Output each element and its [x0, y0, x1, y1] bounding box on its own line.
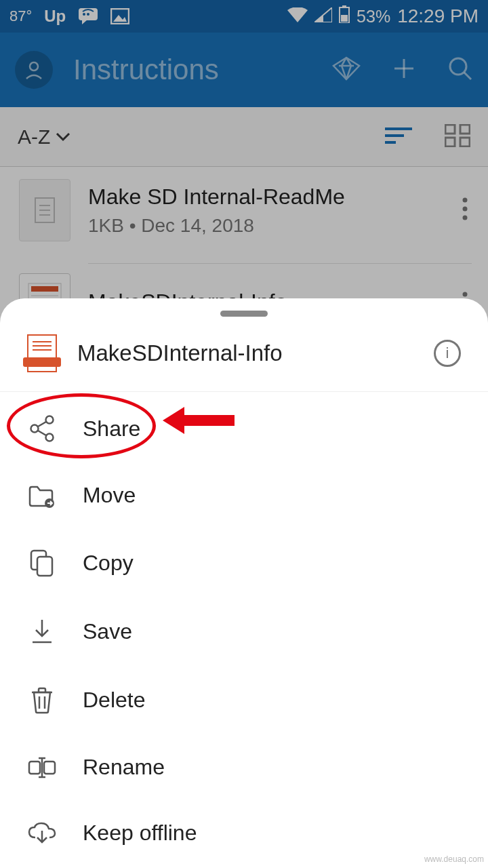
save-icon	[27, 618, 57, 645]
svg-point-40	[31, 425, 39, 433]
svg-rect-46	[37, 557, 52, 576]
share-icon	[27, 415, 57, 442]
move-action[interactable]: Move	[0, 462, 488, 528]
save-action[interactable]: Save	[0, 597, 488, 665]
svg-line-42	[38, 422, 46, 427]
svg-line-43	[38, 431, 46, 435]
rename-icon	[27, 755, 57, 780]
move-icon	[27, 484, 57, 508]
action-label: Rename	[83, 755, 165, 780]
bottom-sheet: MakeSDInternal-Info i Share Move Copy Sa…	[0, 298, 488, 868]
action-label: Share	[83, 416, 140, 441]
action-label: Save	[83, 619, 132, 644]
watermark: www.deuaq.com	[424, 854, 484, 864]
svg-rect-53	[44, 762, 55, 774]
delete-icon	[27, 686, 57, 714]
rename-action[interactable]: Rename	[0, 734, 488, 800]
sheet-header: MakeSDInternal-Info i	[0, 332, 488, 392]
svg-point-41	[46, 434, 54, 441]
copy-action[interactable]: Copy	[0, 528, 488, 597]
action-label: Keep offline	[83, 821, 197, 846]
share-action[interactable]: Share	[0, 395, 488, 462]
svg-point-39	[46, 416, 54, 424]
file-type-icon	[27, 334, 57, 372]
copy-icon	[27, 549, 57, 577]
svg-rect-52	[29, 762, 40, 774]
keep-offline-action[interactable]: Keep offline	[0, 800, 488, 866]
offline-icon	[27, 821, 57, 846]
info-icon[interactable]: i	[434, 340, 461, 367]
drag-handle[interactable]	[220, 311, 268, 317]
action-label: Copy	[83, 551, 134, 576]
delete-action[interactable]: Delete	[0, 665, 488, 734]
sheet-filename: MakeSDInternal-Info	[77, 340, 413, 366]
action-label: Delete	[83, 688, 146, 713]
action-label: Move	[83, 483, 136, 508]
